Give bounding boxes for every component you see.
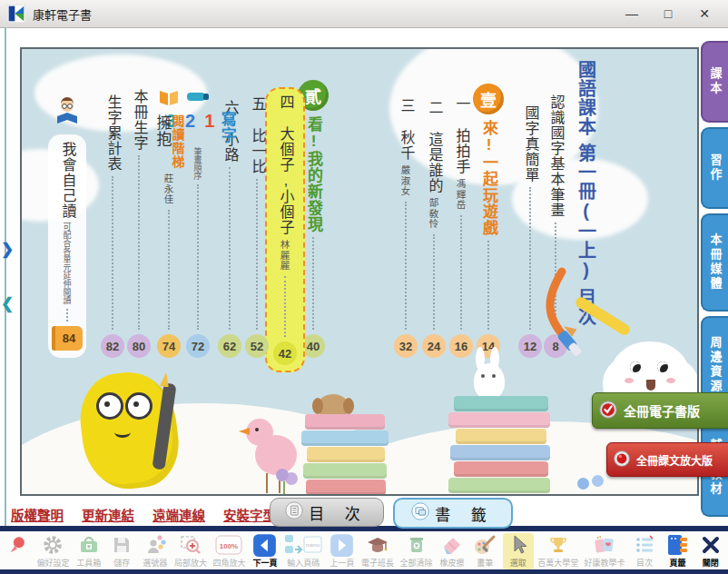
close-button[interactable]: ✕ xyxy=(686,0,723,27)
toc-text-segment: 1 xyxy=(200,111,219,144)
bottom-toolbar: 偏好設定工具箱儲存選號器局部放大100%四角放大下一頁menu輸入頁碼上一頁電子… xyxy=(0,531,728,569)
pin-icon xyxy=(7,534,27,556)
sidebar-tab-textbook[interactable]: 課本 xyxy=(701,41,728,123)
toc-text-segment: 五 比一比 xyxy=(250,96,265,174)
toolbar-label: 全部清除 xyxy=(400,557,433,569)
page-number-badge[interactable]: 32 xyxy=(394,334,418,358)
toc-entry-title: 三 秋千 xyxy=(398,98,414,161)
toolbar-toolbox-button[interactable]: 工具箱 xyxy=(74,533,104,569)
eraser-icon xyxy=(440,534,464,556)
dotted-leader xyxy=(229,167,231,330)
page-number-badge[interactable]: 24 xyxy=(422,334,446,358)
footer-links: 版權聲明更新連結遠端連線安裝字型 xyxy=(11,505,276,524)
toolbar-page-input-button[interactable]: menu輸入頁碼 xyxy=(282,533,324,569)
toolbar-page-tabs-button[interactable]: 頁籤 xyxy=(662,533,693,569)
maximize-button[interactable]: □ xyxy=(650,0,686,27)
toc-entry-title: 閱讀階梯擁抱 xyxy=(154,114,184,169)
toolbar-toc-list-button[interactable]: 目次 xyxy=(629,533,660,569)
dotted-leader xyxy=(433,234,435,331)
page-number-badge[interactable]: 72 xyxy=(186,334,210,358)
toc-list-icon xyxy=(634,534,655,556)
flower-decoration xyxy=(272,469,309,496)
page-tabs-icon xyxy=(665,534,689,556)
flower-decoration xyxy=(577,474,617,496)
toolbar-prev-page-button[interactable]: 上一頁 xyxy=(327,533,358,569)
page-back-arrow[interactable]: ❮ xyxy=(1,295,14,313)
separator-bar xyxy=(0,569,728,574)
footer-link-fonts[interactable]: 安裝字型 xyxy=(223,505,276,524)
left-panel-edge xyxy=(5,28,6,526)
sidebar-tab-workbook[interactable]: 習作 xyxy=(701,127,728,209)
toc-entry-author: 林麗麗 xyxy=(279,240,292,272)
toolbar-class-captain-button[interactable]: 電子班長 xyxy=(359,533,396,569)
toc-entry-author: 嚴淑女 xyxy=(399,165,413,197)
toolbar-label: 畫筆 xyxy=(477,557,493,569)
dotted-leader xyxy=(460,215,462,331)
toolbar-number-picker-button[interactable]: 選號器 xyxy=(140,533,171,569)
next-page-icon xyxy=(252,534,277,556)
toc-entry-12[interactable]: 閱讀階梯擁抱莊永佳74 xyxy=(152,89,185,358)
toolbar-label: 選取 xyxy=(510,557,526,569)
toc-entry-body: 生字累計表82 xyxy=(96,94,129,358)
toolbar-label: 電子班長 xyxy=(361,557,394,569)
toolbar-paintbrush-button[interactable]: 畫筆 xyxy=(469,533,500,569)
toc-entry-11[interactable]: 寫字123筆畫順序72 xyxy=(182,89,214,358)
minimize-button[interactable]: — xyxy=(614,0,650,27)
page-number-badge[interactable]: 84 xyxy=(52,326,83,351)
toc-entry-body: 閱讀階梯擁抱莊永佳74 xyxy=(152,114,185,358)
toolbar-select-cursor-button[interactable]: 選取 xyxy=(503,533,534,569)
page-number-badge[interactable]: 52 xyxy=(245,334,269,358)
tab-table-of-contents[interactable]: 目 次 xyxy=(270,498,384,527)
settings-gear-icon xyxy=(42,534,64,556)
toolbar-label: 偏好設定 xyxy=(36,557,69,569)
toc-entry-6[interactable]: 三 秋千嚴淑女32 xyxy=(389,98,422,358)
toolbar-zoom-area-button[interactable]: 局部放大 xyxy=(172,533,209,569)
dotted-leader xyxy=(405,202,407,331)
toolbar-eraser-button[interactable]: 橡皮擦 xyxy=(437,533,467,569)
footer-link-copyright[interactable]: 版權聲明 xyxy=(11,505,64,524)
toc-text-segment: 本冊生字 xyxy=(132,89,147,151)
svg-text:100%: 100% xyxy=(220,542,238,550)
sidebar-tab-media[interactable]: 本冊媒體 xyxy=(701,213,728,312)
toc-entry-5[interactable]: 二 這是誰的郜敎怜24 xyxy=(418,100,450,358)
tab-label: 目 次 xyxy=(309,501,369,524)
pen-icon xyxy=(186,89,210,107)
toc-entry-15[interactable]: 我會自己讀可配合各單元延伸閱讀84 xyxy=(51,96,84,358)
page-number-badge[interactable]: 42 xyxy=(273,341,297,365)
page-number-badge[interactable]: 16 xyxy=(449,334,473,358)
toc-entry-14[interactable]: 生字累計表82 xyxy=(96,94,129,358)
toolbar-close-x-button[interactable]: 關閉 xyxy=(695,533,726,569)
toolbar-label: 好康教學卡 xyxy=(585,557,625,569)
book-stack-illustration xyxy=(301,405,392,496)
toolbar-quiz-trophy-button[interactable]: 百萬大學堂 xyxy=(536,533,580,569)
toc-entry-title: 本冊生字 xyxy=(132,89,147,151)
toolbar-label: 關閉 xyxy=(703,557,719,569)
toc-entry-title: 五 比一比 xyxy=(250,96,265,174)
page-forward-arrow[interactable]: ❯ xyxy=(1,241,14,259)
toolbar-teaching-cards-button[interactable]: 好康教學卡 xyxy=(583,533,627,569)
toolbox-icon xyxy=(78,534,100,556)
full-ebook-version-button[interactable]: 全冊電子書版 xyxy=(592,392,728,429)
toolbar-label: 四角放大 xyxy=(212,557,245,569)
footer-link-remote[interactable]: 遠端連線 xyxy=(152,505,205,524)
toc-entry-body: 寫字123筆畫順序72 xyxy=(182,111,214,358)
dotted-leader xyxy=(312,237,314,330)
toolbar-save-button[interactable]: 儲存 xyxy=(106,533,137,569)
footer-link-update[interactable]: 更新連結 xyxy=(82,505,134,524)
toolbar-settings-gear-button[interactable]: 偏好設定 xyxy=(34,533,71,569)
book-stack-bunny-illustration xyxy=(447,367,556,496)
page-number-badge[interactable]: 82 xyxy=(101,334,124,358)
page-number-badge[interactable]: 62 xyxy=(218,334,241,358)
dotted-leader xyxy=(284,276,286,338)
toolbar-zoom-corner-button[interactable]: 100%四角放大 xyxy=(211,533,247,569)
toc-notepad-icon xyxy=(285,501,303,523)
dotted-leader xyxy=(138,155,140,330)
full-text-enlarged-version-button[interactable]: 全冊課文放大版 xyxy=(606,442,728,477)
toolbar-next-page-button[interactable]: 下一頁 xyxy=(250,533,280,569)
toolbar-clear-all-button[interactable]: 全部清除 xyxy=(398,533,435,569)
tab-bookmarks[interactable]: 書 籤 xyxy=(393,498,513,529)
page-number-badge[interactable]: 74 xyxy=(157,334,181,358)
toolbar-pin-button[interactable] xyxy=(2,533,33,558)
page-number-badge[interactable]: 80 xyxy=(127,334,151,358)
dotted-leader xyxy=(197,184,199,330)
